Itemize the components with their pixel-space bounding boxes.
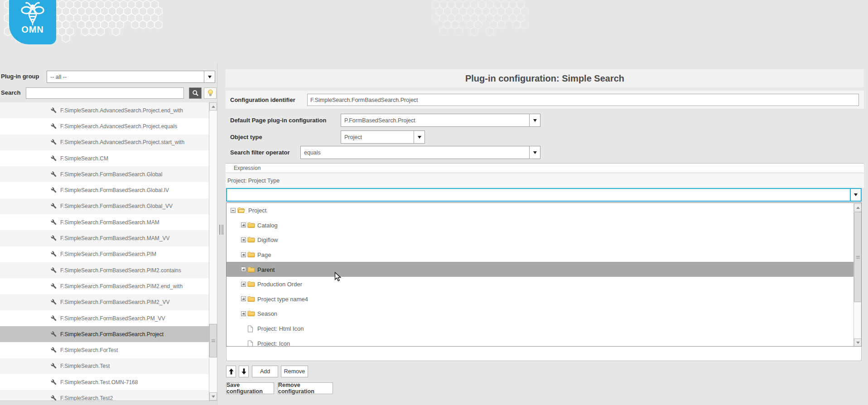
tree-item[interactable]: Project: Html Icon <box>227 321 861 336</box>
expander-icon[interactable] <box>231 208 236 213</box>
chevron-down-icon[interactable] <box>529 146 540 159</box>
list-item[interactable]: F.SimpleSearch.FormBasedSearch.PIM2_VV <box>0 294 209 310</box>
combobox-value <box>227 189 850 201</box>
expander-icon[interactable] <box>241 296 246 301</box>
lightbulb-icon <box>207 89 214 97</box>
list-item[interactable]: F.SimpleSearch.AdvancedSearch.Project.eq… <box>0 118 209 134</box>
page-title: Plug-in configuration: Simple Search <box>465 73 624 84</box>
expander-icon[interactable] <box>241 252 246 257</box>
list-item[interactable]: F.SimpleSearch.Test2 <box>0 390 209 400</box>
search-filter-operator-select[interactable]: equals <box>300 146 540 159</box>
list-item-label: F.SimpleSearch.FormBasedSearch.Global <box>60 171 162 178</box>
list-item-label: F.SimpleSearch.Test <box>60 363 110 369</box>
search-button[interactable] <box>189 87 202 99</box>
expander-icon[interactable] <box>241 267 246 272</box>
tree-item[interactable]: Digiflow <box>227 232 861 247</box>
tree-item[interactable]: Catalog <box>227 218 861 233</box>
scroll-up-button[interactable] <box>854 203 862 212</box>
search-hint-button[interactable] <box>204 87 217 99</box>
tree-item[interactable]: Season <box>227 306 861 321</box>
tree-item[interactable]: Project: Icon <box>227 336 861 347</box>
document-icon <box>247 325 253 333</box>
expander-icon[interactable] <box>241 311 246 316</box>
config-identifier-input[interactable] <box>307 94 859 106</box>
tree-scrollbar[interactable] <box>854 203 862 347</box>
list-item[interactable]: F.SimpleSearch.FormBasedSearch.Project <box>0 326 209 342</box>
list-item[interactable]: F.SimpleSearch.Test.OMN-7168 <box>0 374 209 390</box>
default-page-select[interactable]: P.FormBasedSearch.Project <box>341 114 540 127</box>
tree-item[interactable]: Parent <box>227 262 861 277</box>
wrench-icon <box>51 395 57 400</box>
open-folder-icon <box>237 207 245 213</box>
move-up-button[interactable] <box>226 366 236 377</box>
list-item-label: F.SimpleSearch.FormBasedSearch.PIM2_VV <box>60 299 169 305</box>
wrench-icon <box>51 379 57 386</box>
folder-icon <box>247 296 255 302</box>
tree-item[interactable]: Production Order <box>227 277 861 292</box>
chevron-down-icon[interactable] <box>204 71 215 82</box>
expander-icon[interactable] <box>241 222 246 227</box>
expander-icon[interactable] <box>241 282 246 287</box>
sidebar-scrollbar[interactable] <box>209 102 217 400</box>
wrench-icon <box>51 203 57 209</box>
chevron-down-icon[interactable] <box>850 189 861 201</box>
chevron-down-icon[interactable] <box>529 114 540 126</box>
list-item[interactable]: F.SimpleSearch.FormBasedSearch.PIM <box>0 246 209 262</box>
expression-panel-footer <box>226 347 862 361</box>
search-filter-operator-label: Search filter operator <box>230 149 290 156</box>
remove-configuration-button[interactable]: Remove configuration <box>278 382 333 394</box>
search-icon <box>192 90 199 96</box>
folder-icon <box>247 266 255 273</box>
list-item[interactable]: F.SimpleSearch.FormBasedSearch.Global <box>0 166 209 182</box>
move-down-button[interactable] <box>239 366 249 377</box>
list-item-label: F.SimpleSearch.FormBasedSearch.Global_VV <box>60 203 173 209</box>
tree-item[interactable]: Project <box>227 203 861 218</box>
default-page-value: P.FormBasedSearch.Project <box>341 117 529 124</box>
scroll-down-button[interactable] <box>854 338 862 347</box>
scrollbar-thumb[interactable] <box>209 324 217 357</box>
config-identifier-label: Configuration identifier <box>230 96 295 103</box>
list-item[interactable]: F.SimpleSearch.ForTest <box>0 342 209 358</box>
expander-icon[interactable] <box>241 237 246 242</box>
list-item[interactable]: F.SimpleSearch.AdvancedSearch.Project.st… <box>0 135 209 150</box>
arrow-up-icon <box>229 368 234 375</box>
list-item[interactable]: F.SimpleSearch.FormBasedSearch.Global.IV <box>0 182 209 198</box>
add-button[interactable]: Add <box>252 366 278 377</box>
list-item[interactable]: F.SimpleSearch.FormBasedSearch.PM_VV <box>0 310 209 326</box>
save-configuration-button[interactable]: Save configuration <box>226 382 274 394</box>
expression-row[interactable]: Project: Project Type <box>226 173 864 188</box>
list-item[interactable]: F.SimpleSearch.FormBasedSearch.Global_VV <box>0 198 209 214</box>
scroll-up-button[interactable] <box>209 102 217 111</box>
search-input[interactable] <box>26 87 184 99</box>
wrench-icon <box>51 251 57 257</box>
logo-text: OMN <box>9 24 56 35</box>
list-item-label: F.SimpleSearch.Test2 <box>60 395 113 400</box>
list-item[interactable]: F.SimpleSearch.FormBasedSearch.PIM2.cont… <box>0 262 209 278</box>
plugin-group-label: Plug-in group <box>1 73 39 80</box>
tree-item[interactable]: Project type name4 <box>227 292 861 307</box>
list-item[interactable]: F.SimpleSearch.FormBasedSearch.PIM2.end_… <box>0 278 209 294</box>
plugin-group-select[interactable]: -- all -- <box>47 71 215 83</box>
expression-header-label: Expression <box>234 165 260 171</box>
panel-splitter[interactable] <box>217 63 226 405</box>
scrollbar-thumb[interactable] <box>854 212 862 302</box>
document-icon <box>247 340 253 347</box>
application-window: { "brand": { "logo_text": "OMN" }, "colo… <box>0 0 868 405</box>
splitter-grip-icon <box>219 225 223 235</box>
search-label: Search <box>1 89 20 96</box>
list-item[interactable]: F.SimpleSearch.AdvancedSearch.Project.en… <box>0 102 209 118</box>
list-item[interactable]: F.SimpleSearch.FormBasedSearch.MAM_VV <box>0 230 209 246</box>
list-item-label: F.SimpleSearch.Test.OMN-7168 <box>60 379 138 386</box>
scroll-down-button[interactable] <box>209 392 217 400</box>
list-item[interactable]: F.SimpleSearch.Test <box>0 358 209 374</box>
chevron-down-icon[interactable] <box>414 131 424 143</box>
wrench-icon <box>51 155 57 162</box>
wrench-icon <box>51 331 57 338</box>
remove-button[interactable]: Remove <box>281 366 308 377</box>
list-item[interactable]: F.SimpleSearch.FormBasedSearch.MAM <box>0 214 209 230</box>
object-type-select[interactable]: Project <box>341 130 425 144</box>
omn-logo[interactable]: OMN <box>9 0 56 44</box>
expression-value-combobox[interactable] <box>226 188 862 202</box>
tree-item[interactable]: Page <box>227 247 861 262</box>
list-item[interactable]: F.SimpleSearch.CM <box>0 150 209 166</box>
